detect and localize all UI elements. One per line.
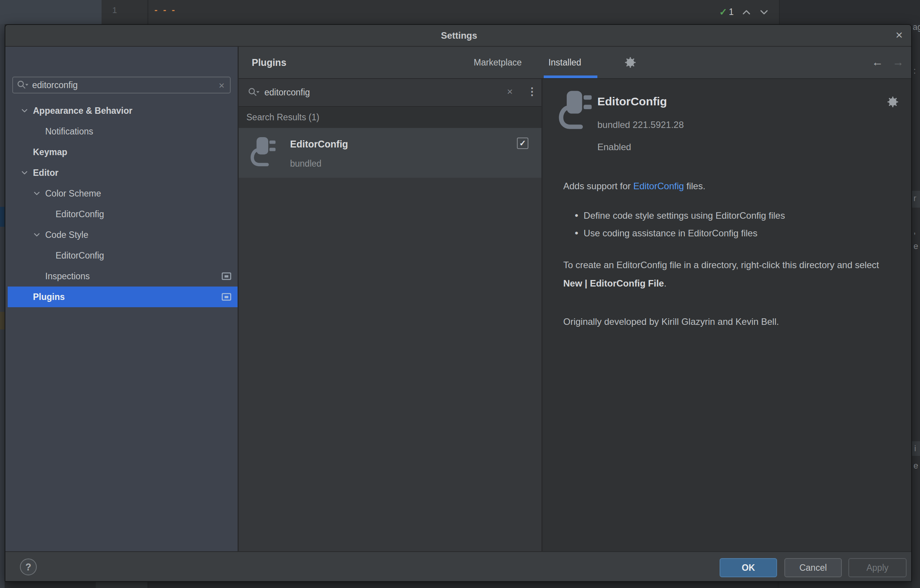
- divider: [778, 582, 779, 588]
- howto-menu-path: New | EditorConfig File: [563, 278, 664, 288]
- sidebar-item-notifications[interactable]: Notifications: [8, 121, 238, 142]
- plugin-description-intro: Adds support for EditorConfig files.: [563, 181, 705, 192]
- search-input-value[interactable]: editorconfig: [32, 80, 78, 90]
- bullet-icon: •: [575, 210, 578, 221]
- inspection-widget[interactable]: ✓ 1: [719, 0, 768, 24]
- plugins-header: Plugins Marketplace Installed ← →: [239, 47, 912, 78]
- sidebar-item-inspections[interactable]: Inspections: [8, 266, 238, 287]
- howto-text: To create an EditorConfig file in a dire…: [563, 260, 879, 270]
- sidebar-item-keymap[interactable]: Keymap: [8, 142, 238, 162]
- plugin-icon: [250, 135, 277, 169]
- sidebar-item-label: Appearance & Behavior: [33, 106, 132, 116]
- chevron-up-icon[interactable]: [742, 10, 751, 15]
- bullet-icon: •: [575, 227, 578, 239]
- background-left-sliver: [0, 24, 5, 588]
- plugin-status: Enabled: [597, 142, 631, 152]
- sidebar-item-plugins[interactable]: Plugins: [8, 287, 238, 307]
- forward-arrow-icon[interactable]: →: [892, 56, 904, 69]
- active-tab-underline: [544, 75, 597, 78]
- editorconfig-link[interactable]: EditorConfig: [633, 181, 684, 191]
- edge-glyph: ,: [913, 226, 916, 236]
- description-bullet: • Use coding assistance in EditorConfig …: [575, 227, 758, 239]
- chevron-down-icon[interactable]: [21, 170, 28, 175]
- edge-glyph: r: [913, 193, 916, 203]
- plugin-detail-name: EditorConfig: [597, 95, 667, 108]
- description-bullet: • Define code style settings using Edito…: [575, 210, 785, 221]
- plugin-name: EditorConfig: [290, 139, 348, 150]
- cancel-button[interactable]: Cancel: [784, 558, 842, 577]
- divider: [779, 0, 780, 24]
- bullet-text: Define code style settings using EditorC…: [584, 210, 785, 221]
- howto-text: .: [664, 278, 667, 288]
- edge-glyph: ag: [913, 22, 920, 32]
- sidebar-item-label: Notifications: [45, 126, 93, 137]
- sidebar-item-appearance-behavior[interactable]: Appearance & Behavior: [8, 100, 238, 121]
- background-highlight-sliver: [0, 312, 5, 329]
- background-project-panel: [0, 0, 102, 24]
- search-results-label: Search Results (1): [246, 112, 319, 123]
- chevron-down-icon[interactable]: [33, 191, 40, 196]
- ok-button[interactable]: OK: [720, 558, 777, 577]
- sidebar-item-code-style[interactable]: Code Style: [8, 224, 238, 245]
- gear-icon[interactable]: [887, 96, 899, 108]
- background-editor-strip: 1 - - - ✓ 1: [102, 0, 780, 24]
- sidebar-item-label: EditorConfig: [56, 209, 104, 219]
- sidebar-item-label: Editor: [33, 168, 58, 178]
- editor-code-dashes: - - -: [154, 5, 176, 15]
- inspection-count: 1: [729, 7, 734, 17]
- plugin-icon: [558, 89, 593, 131]
- dialog-titlebar[interactable]: Settings ×: [5, 25, 912, 46]
- background-right-sliver: ag : r , e i e: [912, 24, 920, 588]
- sidebar-item-label: Color Scheme: [45, 188, 101, 199]
- search-icon: [248, 87, 259, 97]
- plugin-enabled-checkbox[interactable]: ✓: [517, 138, 528, 149]
- plugin-list-item-editorconfig[interactable]: EditorConfig bundled ✓: [239, 128, 541, 178]
- more-menu-icon[interactable]: ⋮: [527, 85, 537, 98]
- help-button[interactable]: ?: [20, 559, 37, 575]
- sidebar-item-label: EditorConfig: [56, 251, 104, 261]
- plugin-version: bundled 221.5921.28: [597, 120, 684, 130]
- plugin-details-panel: EditorConfig bundled 221.5921.28 Enabled…: [543, 79, 912, 551]
- edge-glyph: e: [913, 461, 918, 471]
- plugin-credits: Originally developed by Kirill Glazyrin …: [563, 316, 779, 327]
- plugin-description-howto: To create an EditorConfig file in a dire…: [563, 256, 885, 293]
- back-arrow-icon[interactable]: ←: [872, 56, 883, 69]
- sidebar-item-editorconfig-codestyle[interactable]: EditorConfig: [8, 245, 238, 266]
- sidebar-item-editorconfig-colorscheme[interactable]: EditorConfig: [8, 204, 238, 224]
- background-selection-sliver: [0, 207, 5, 227]
- dialog-footer: ? OK Cancel Apply: [5, 552, 912, 582]
- sidebar-item-editor[interactable]: Editor: [8, 162, 238, 183]
- checkmark-icon: ✓: [519, 139, 526, 148]
- edge-glyph: i: [914, 444, 916, 454]
- screen-icon: [221, 293, 231, 301]
- gear-icon[interactable]: [624, 56, 636, 69]
- chevron-down-icon[interactable]: [33, 233, 40, 237]
- help-icon: ?: [25, 562, 31, 573]
- panel-title: Plugins: [252, 57, 286, 68]
- chevron-down-icon[interactable]: [760, 10, 768, 15]
- close-icon[interactable]: ×: [895, 29, 903, 41]
- sidebar-item-label: Inspections: [45, 271, 90, 282]
- tab-marketplace[interactable]: Marketplace: [474, 47, 521, 78]
- plugins-search-box[interactable]: editorconfig × ⋮: [239, 79, 541, 106]
- intro-text: Adds support for: [563, 181, 633, 191]
- sidebar-item-color-scheme[interactable]: Color Scheme: [8, 183, 238, 204]
- sidebar-item-label: Plugins: [33, 292, 65, 302]
- search-input-value[interactable]: editorconfig: [264, 87, 310, 98]
- screen: 1 - - - ✓ 1 ag : r , e i e Settings: [0, 0, 920, 588]
- clear-search-icon[interactable]: ×: [219, 80, 225, 92]
- inspection-check-icon: ✓: [719, 7, 727, 18]
- edge-glyph: e: [913, 241, 918, 251]
- clear-search-icon[interactable]: ×: [507, 86, 513, 98]
- plugin-badge: bundled: [290, 159, 321, 169]
- chevron-down-icon[interactable]: [21, 108, 28, 113]
- bullet-text: Use coding assistance in EditorConfig fi…: [584, 228, 758, 239]
- search-results-header: Search Results (1): [239, 107, 541, 128]
- settings-dialog: Settings × editorconfig × Appearance & B…: [5, 24, 912, 582]
- apply-button[interactable]: Apply: [848, 558, 907, 577]
- settings-sidebar: editorconfig × Appearance & Behavior Not…: [5, 47, 238, 551]
- tab-installed[interactable]: Installed: [548, 47, 581, 78]
- sidebar-item-label: Code Style: [45, 230, 89, 240]
- divider: [148, 582, 148, 588]
- settings-search-box[interactable]: editorconfig ×: [12, 77, 231, 93]
